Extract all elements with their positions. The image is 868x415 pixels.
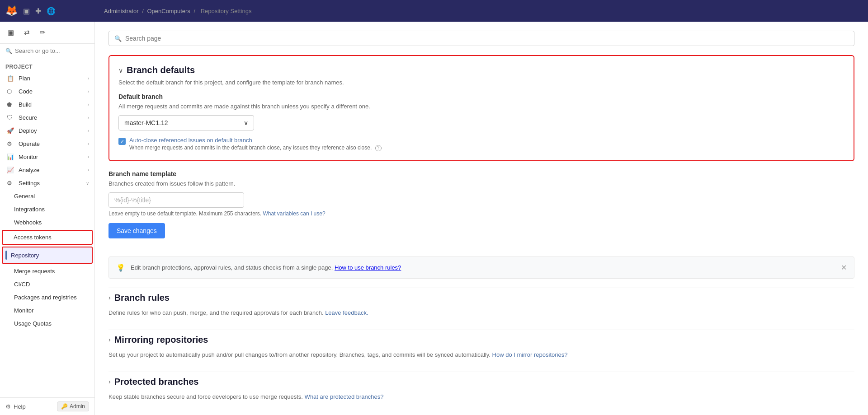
sidebar-section-label: Project [0, 58, 94, 72]
branch-name-template-hint: Leave empty to use default template. Max… [108, 210, 854, 217]
page-search-bar[interactable]: 🔍 [108, 31, 854, 46]
page-search-icon: 🔍 [114, 35, 122, 42]
auto-close-checkbox[interactable]: ✓ [118, 138, 126, 145]
auto-close-row: ✓ Auto-close referenced issues on defaul… [118, 137, 844, 151]
checkbox-check-icon: ✓ [120, 139, 124, 145]
help-tooltip-icon[interactable]: ? [375, 145, 382, 151]
branch-rules-desc: Define rules for who can push, merge, an… [108, 309, 854, 321]
code-chevron-icon: › [88, 89, 89, 94]
auto-close-sublabel: When merge requests and commits in the d… [129, 145, 382, 151]
info-banner-close-icon[interactable]: ✕ [841, 263, 847, 272]
sidebar-item-analyze[interactable]: 📈 Analyze › [0, 163, 94, 177]
branch-name-template-desc: Branches created from issues follow this… [108, 180, 854, 187]
sidebar-subitem-general[interactable]: General [0, 190, 94, 203]
variables-link[interactable]: What variables can I use? [263, 210, 326, 217]
mirroring-desc: Set up your project to automatically pus… [108, 351, 854, 363]
sidebar-item-plan[interactable]: 📋 Plan › [0, 72, 94, 85]
protected-branches-desc: Keep stable branches secure and force de… [108, 393, 854, 405]
secure-chevron-icon: › [88, 115, 89, 120]
branch-rules-link[interactable]: How to use branch rules? [335, 264, 401, 271]
operate-chevron-icon: › [88, 141, 89, 146]
branch-defaults-chevron-icon[interactable]: ∨ [118, 67, 123, 74]
plan-icon: 📋 [7, 75, 15, 82]
analyze-chevron-icon: › [88, 168, 89, 173]
sidebar-subitem-webhooks[interactable]: Webhooks [0, 216, 94, 229]
gitlab-logo-icon: 🦊 [5, 5, 18, 17]
settings-icon: ⚙ [7, 180, 15, 187]
breadcrumb-sep2: / [193, 8, 195, 14]
protected-branches-section: › Protected branches Keep stable branche… [108, 372, 854, 405]
sidebar-top-buttons: ▣ ⇄ ✏ [0, 22, 94, 44]
breadcrumb-admin[interactable]: Administrator [104, 8, 139, 14]
branch-rules-section: › Branch rules Define rules for who can … [108, 288, 854, 321]
sidebar-item-code[interactable]: ⬡ Code › [0, 85, 94, 98]
sidebar-search[interactable]: 🔍 [0, 44, 94, 58]
protected-branches-link[interactable]: What are protected branches? [305, 393, 384, 400]
branch-name-template-input[interactable] [108, 192, 244, 208]
sidebar-item-settings[interactable]: ⚙ Settings ∨ [0, 177, 94, 190]
breadcrumb-sep1: / [142, 8, 144, 14]
page-search-input[interactable] [125, 35, 849, 42]
settings-chevron-icon: ∨ [86, 181, 89, 186]
monitor-chevron-icon: › [88, 154, 89, 159]
branch-defaults-header: ∨ Branch defaults [118, 65, 844, 75]
sidebar-toggle-icon[interactable]: ▣ [23, 7, 30, 15]
branch-rules-header[interactable]: › Branch rules [108, 288, 854, 308]
secure-icon: 🛡 [7, 114, 15, 121]
sidebar-item-monitor[interactable]: 📊 Monitor › [0, 150, 94, 163]
sidebar-subitem-cicd[interactable]: CI/CD [0, 278, 94, 291]
sidebar-panel-btn[interactable]: ▣ [4, 25, 18, 40]
mirroring-chevron-icon[interactable]: › [108, 336, 111, 343]
sidebar-item-operate[interactable]: ⚙ Operate › [0, 137, 94, 150]
sidebar-subitem-packages-registries[interactable]: Packages and registries [0, 291, 94, 304]
build-chevron-icon: › [88, 102, 89, 107]
help-link[interactable]: ⚙ Help [5, 403, 26, 410]
monitor-icon: 📊 [7, 154, 15, 160]
auto-close-text: Auto-close referenced issues on default … [129, 137, 382, 151]
default-branch-value: master-MC1.12 [124, 119, 168, 126]
auto-close-label: Auto-close referenced issues on default … [129, 137, 382, 144]
sidebar-check-btn[interactable]: ✏ [36, 25, 50, 40]
top-bar: 🦊 ▣ ✚ 🌐 Administrator / OpenComputers / … [0, 0, 868, 22]
branch-rules-chevron-icon[interactable]: › [108, 294, 111, 301]
breadcrumb: Administrator / OpenComputers / Reposito… [104, 8, 253, 14]
sidebar-item-build[interactable]: ⬟ Build › [0, 98, 94, 111]
mirroring-header[interactable]: › Mirroring repositories [108, 330, 854, 350]
globe-icon[interactable]: 🌐 [47, 7, 56, 15]
sidebar-subitem-monitor[interactable]: Monitor [0, 304, 94, 317]
branch-name-template-label: Branch name template [108, 170, 854, 177]
sidebar-subitem-access-tokens[interactable]: Access tokens [2, 230, 93, 245]
admin-button[interactable]: 🔑 Admin [57, 401, 89, 411]
new-item-icon[interactable]: ✚ [35, 7, 41, 15]
branch-defaults-desc: Select the default branch for this proje… [118, 79, 844, 86]
protected-branches-header[interactable]: › Protected branches [108, 372, 854, 392]
dropdown-arrow-icon: ∨ [244, 119, 248, 126]
mirroring-link[interactable]: How do I mirror repositories? [492, 351, 568, 358]
save-changes-button[interactable]: Save changes [108, 223, 165, 238]
sidebar-footer: ⚙ Help 🔑 Admin [0, 397, 94, 415]
mirroring-title: Mirroring repositories [114, 335, 208, 345]
sidebar-merge-btn[interactable]: ⇄ [20, 25, 34, 40]
bulb-icon: 💡 [116, 263, 125, 272]
main-content: 🔍 ∨ Branch defaults Select the default b… [95, 22, 868, 415]
build-icon: ⬟ [7, 101, 15, 108]
sidebar-subitem-usage-quotas[interactable]: Usage Quotas [0, 317, 94, 330]
info-banner-text: Edit branch protections, approval rules,… [131, 264, 401, 271]
deploy-chevron-icon: › [88, 128, 89, 133]
branch-rules-feedback-link[interactable]: Leave feedback. [325, 309, 368, 316]
sidebar-item-secure[interactable]: 🛡 Secure › [0, 111, 94, 124]
branch-defaults-section: ∨ Branch defaults Select the default bra… [108, 55, 854, 161]
search-input[interactable] [15, 47, 89, 54]
sidebar-item-deploy[interactable]: 🚀 Deploy › [0, 124, 94, 137]
sidebar-subitem-repository[interactable]: Repository [2, 247, 93, 264]
info-banner: 💡 Edit branch protections, approval rule… [108, 256, 854, 279]
sidebar-subitem-integrations[interactable]: Integrations [0, 203, 94, 216]
sidebar-subitem-merge-requests[interactable]: Merge requests [0, 265, 94, 278]
default-branch-label: Default branch [118, 93, 844, 100]
default-branch-dropdown[interactable]: master-MC1.12 ∨ [118, 115, 254, 131]
breadcrumb-group[interactable]: OpenComputers [147, 8, 190, 14]
protected-branches-chevron-icon[interactable]: › [108, 378, 111, 385]
deploy-icon: 🚀 [7, 127, 15, 134]
sidebar: ▣ ⇄ ✏ 🔍 Project 📋 Plan › ⬡ Code › ⬟ Buil… [0, 22, 95, 415]
breadcrumb-page: Repository Settings [201, 8, 252, 14]
